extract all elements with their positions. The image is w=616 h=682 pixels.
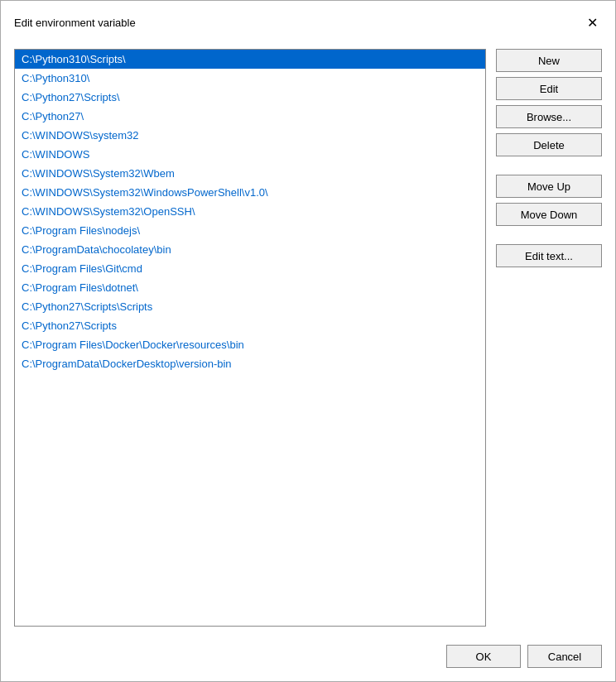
list-item[interactable]: C:\WINDOWS\System32\Wbem xyxy=(15,164,485,183)
list-item[interactable]: C:\ProgramData\DockerDesktop\version-bin xyxy=(15,354,485,373)
content-area: C:\Python310\Scripts\C:\Python310\C:\Pyt… xyxy=(1,39,615,636)
move-up-button[interactable]: Move Up xyxy=(496,175,602,198)
dialog-title: Edit environment variable xyxy=(14,17,136,29)
list-item[interactable]: C:\ProgramData\chocolatey\bin xyxy=(15,240,485,259)
delete-button[interactable]: Delete xyxy=(496,133,602,156)
list-item[interactable]: C:\Python27\Scripts\ xyxy=(15,88,485,107)
edit-button[interactable]: Edit xyxy=(496,77,602,100)
list-item[interactable]: C:\Program Files\dotnet\ xyxy=(15,278,485,297)
list-item[interactable]: C:\Python310\ xyxy=(15,69,485,88)
dialog: Edit environment variable ✕ C:\Python310… xyxy=(0,0,616,682)
env-variable-list[interactable]: C:\Python310\Scripts\C:\Python310\C:\Pyt… xyxy=(14,49,486,627)
list-item[interactable]: C:\WINDOWS xyxy=(15,145,485,164)
new-button[interactable]: New xyxy=(496,49,602,72)
list-item[interactable]: C:\WINDOWS\System32\OpenSSH\ xyxy=(15,202,485,221)
list-item[interactable]: C:\Python27\Scripts\Scripts xyxy=(15,297,485,316)
list-item[interactable]: C:\Program Files\Docker\Docker\resources… xyxy=(15,335,485,354)
close-button[interactable]: ✕ xyxy=(582,12,602,32)
list-item[interactable]: C:\Program Files\nodejs\ xyxy=(15,221,485,240)
cancel-button[interactable]: Cancel xyxy=(527,645,602,668)
button-panel: New Edit Browse... Delete Move Up Move D… xyxy=(496,49,602,627)
browse-button[interactable]: Browse... xyxy=(496,105,602,128)
list-item[interactable]: C:\WINDOWS\System32\WindowsPowerShell\v1… xyxy=(15,183,485,202)
edit-text-button[interactable]: Edit text... xyxy=(496,244,602,267)
list-item[interactable]: C:\WINDOWS\system32 xyxy=(15,126,485,145)
button-spacer-2 xyxy=(496,231,602,239)
list-item[interactable]: C:\Python27\ xyxy=(15,107,485,126)
list-item[interactable]: C:\Python310\Scripts\ xyxy=(15,50,485,69)
bottom-bar: OK Cancel xyxy=(1,636,615,681)
move-down-button[interactable]: Move Down xyxy=(496,203,602,226)
ok-button[interactable]: OK xyxy=(446,645,521,668)
title-bar: Edit environment variable ✕ xyxy=(1,1,615,39)
list-item[interactable]: C:\Program Files\Git\cmd xyxy=(15,259,485,278)
button-spacer xyxy=(496,161,602,170)
list-item[interactable]: C:\Python27\Scripts xyxy=(15,316,485,335)
